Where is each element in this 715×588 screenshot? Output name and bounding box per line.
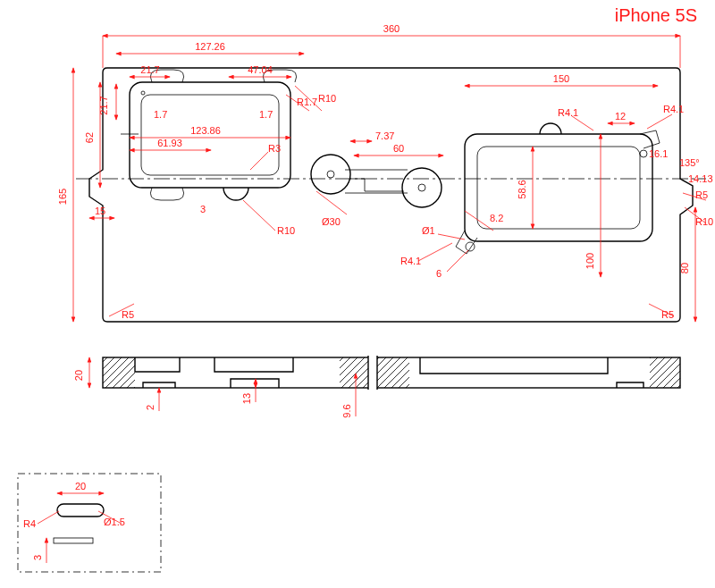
dim-r5a: R5	[695, 189, 708, 200]
dim-21-7: 21.7	[140, 64, 159, 75]
svg-point-3	[141, 91, 145, 95]
dim-360: 360	[383, 23, 400, 34]
dim-47-04: 47.04	[248, 64, 273, 75]
dim-r3: R3	[268, 143, 281, 154]
svg-line-37	[418, 243, 452, 261]
dim-sec-20: 20	[73, 370, 84, 381]
svg-line-39	[447, 250, 468, 272]
dim-135deg: 135°	[679, 157, 700, 168]
detail-view: 20 R4 Ø1.5 3	[18, 474, 161, 572]
dim-r10a: R10	[318, 93, 336, 104]
dim-100: 100	[585, 253, 595, 269]
dim-150: 150	[553, 73, 569, 84]
dim-r10b: R10	[277, 225, 295, 236]
svg-rect-45	[368, 356, 377, 390]
dim-123-86: 123.86	[190, 125, 221, 136]
svg-rect-48	[377, 357, 409, 388]
svg-point-9	[640, 150, 647, 157]
svg-rect-56	[57, 504, 104, 517]
hole-left	[311, 155, 350, 194]
svg-rect-47	[340, 357, 368, 388]
dim-16-1: 16.1	[649, 148, 668, 159]
svg-line-32	[647, 114, 672, 129]
dim-r4-1b: R4.1	[663, 104, 684, 114]
svg-point-8	[466, 242, 475, 251]
svg-rect-49	[650, 357, 680, 388]
dim-62: 62	[84, 132, 95, 143]
dim-r5c: R5	[661, 309, 674, 320]
dim-det-r4: R4	[23, 518, 36, 529]
svg-rect-6	[465, 134, 652, 241]
svg-point-5	[418, 184, 425, 191]
drawing-title: iPhone 5S	[615, 5, 697, 25]
right-pocket	[456, 123, 660, 254]
dim-60: 60	[393, 143, 404, 154]
dim-1-7b: 1.7	[259, 109, 273, 120]
dim-r4-1c: R4.1	[400, 256, 421, 266]
dim-det-3: 3	[32, 555, 43, 560]
dim-dia30: Ø30	[322, 216, 341, 227]
svg-rect-57	[54, 538, 93, 543]
dim-sec-13: 13	[241, 393, 252, 404]
dim-dia1: Ø1	[422, 225, 435, 236]
svg-rect-46	[103, 357, 135, 388]
svg-line-27	[316, 191, 347, 214]
svg-line-30	[572, 116, 593, 130]
dim-r4-1a: R4.1	[558, 107, 578, 118]
dim-127-26: 127.26	[195, 41, 225, 52]
dim-15: 15	[95, 206, 105, 216]
svg-line-38	[438, 234, 465, 239]
dim-61-93: 61.93	[157, 138, 182, 148]
dim-sec-2: 2	[145, 405, 156, 410]
dim-1-7a: 1.7	[154, 109, 167, 120]
dim-det-dia1-5: Ø1.5	[104, 517, 125, 527]
dim-14-13: 14.13	[688, 173, 713, 184]
plan-view	[76, 68, 706, 322]
svg-line-59	[38, 511, 59, 524]
dim-58-6: 58.6	[517, 180, 527, 198]
dim-80: 80	[679, 263, 690, 273]
dim-7-37: 7.37	[375, 130, 394, 141]
dim-8-2: 8.2	[490, 213, 503, 223]
dim-3: 3	[200, 204, 206, 214]
dim-det-20: 20	[75, 481, 86, 491]
dim-r10c: R10	[695, 216, 713, 227]
dim-sec-9-6: 9.6	[341, 404, 352, 417]
dim-6: 6	[436, 268, 442, 279]
svg-line-26	[243, 200, 275, 231]
dim-r1-7: R1.7	[297, 97, 317, 107]
dim-12: 12	[615, 111, 626, 122]
dim-165: 165	[57, 189, 68, 205]
svg-point-4	[327, 171, 334, 178]
dim-r5b: R5	[122, 309, 134, 320]
section-view: 20 2 13 9.6	[73, 356, 680, 418]
svg-line-25	[250, 152, 268, 170]
hole-right	[402, 168, 442, 207]
